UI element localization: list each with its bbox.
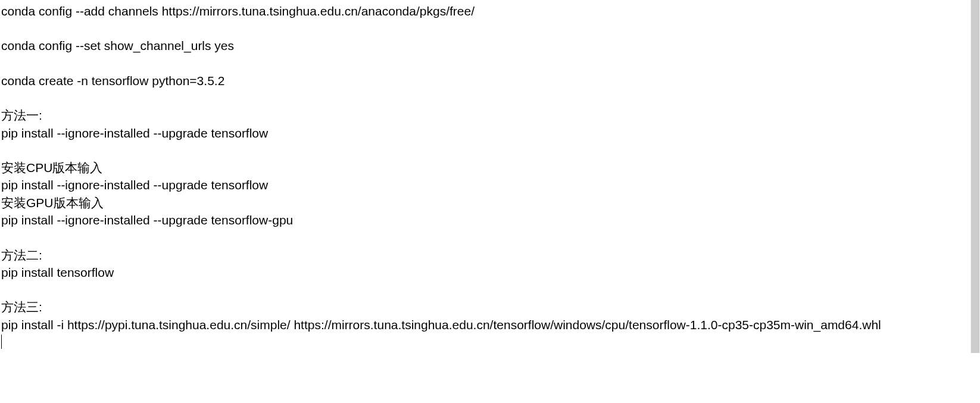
text-line: conda create -n tensorflow python=3.5.2 xyxy=(1,72,918,89)
blank-line xyxy=(1,20,918,37)
text-line: 安装GPU版本输入 xyxy=(1,194,918,211)
vertical-scrollbar-track[interactable] xyxy=(970,0,980,353)
blank-line xyxy=(1,89,918,107)
text-line: conda config --add channels https://mirr… xyxy=(1,2,918,20)
text-line: pip install tensorflow xyxy=(1,264,918,281)
text-line: pip install --ignore-installed --upgrade… xyxy=(1,211,918,229)
text-cursor xyxy=(1,335,2,349)
vertical-scrollbar-thumb[interactable] xyxy=(971,0,979,353)
document-text-area[interactable]: conda config --add channels https://mirr… xyxy=(1,2,918,351)
text-line: 方法一: xyxy=(1,107,918,124)
cursor-line xyxy=(1,333,918,351)
text-line: 方法二: xyxy=(1,246,918,264)
blank-line xyxy=(1,55,918,72)
text-line: 方法三: xyxy=(1,298,918,315)
blank-line xyxy=(1,281,918,298)
text-line: conda config --set show_channel_urls yes xyxy=(1,37,918,54)
text-line: pip install -i https://pypi.tuna.tsinghu… xyxy=(1,316,918,333)
blank-line xyxy=(1,142,918,159)
blank-line xyxy=(1,229,918,246)
text-line: 安装CPU版本输入 xyxy=(1,159,918,176)
text-line: pip install --ignore-installed --upgrade… xyxy=(1,124,918,142)
text-line: pip install --ignore-installed --upgrade… xyxy=(1,176,918,193)
